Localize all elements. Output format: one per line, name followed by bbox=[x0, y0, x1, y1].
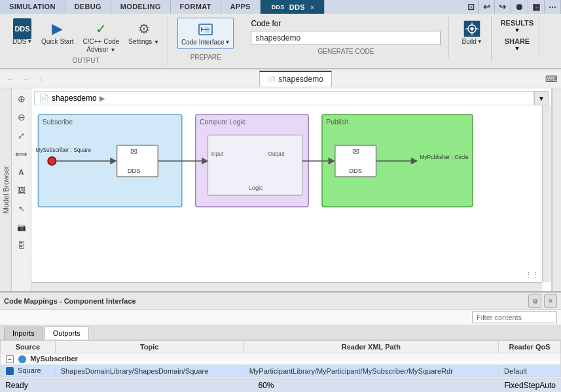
keyboard-btn[interactable]: ⌨ bbox=[544, 71, 558, 86]
tab-simulation[interactable]: SIMULATION bbox=[0, 0, 65, 14]
ribbon-content: DDS DDS ▼ ▶ Quick Start ✓ C/C++ CodeAdvi… bbox=[0, 14, 561, 69]
col-reader-xml-path: Reader XML Path bbox=[244, 341, 498, 353]
canvas-scrollbar-v[interactable] bbox=[542, 105, 551, 282]
more-btn[interactable]: ··· bbox=[545, 0, 561, 14]
prepare-group-label: PREPARE bbox=[190, 52, 221, 61]
code-for-input[interactable] bbox=[251, 31, 441, 45]
col-source: Source bbox=[1, 341, 56, 353]
logic-output-label: Output bbox=[268, 151, 285, 157]
canvas-tab-label: shapesdemo bbox=[278, 75, 323, 84]
undock-btn[interactable]: ⊡ bbox=[463, 0, 479, 14]
table-row[interactable]: Square ShapesDomainLibrary/ShapesDomain/… bbox=[1, 365, 561, 377]
results-share-group: RESULTS ▼ SHARE ▼ bbox=[496, 16, 540, 54]
tab-dds[interactable]: DDS DDS × bbox=[261, 0, 325, 14]
breadcrumb: 📄 shapesdemo ▶ bbox=[34, 91, 534, 105]
dds-tab-close[interactable]: × bbox=[310, 3, 315, 11]
back-btn[interactable]: ← bbox=[3, 71, 17, 86]
source-value: Square bbox=[18, 366, 41, 374]
group-row-cell: − MySubscriber bbox=[1, 353, 561, 365]
subscriber-label: MySubscriber : Square bbox=[35, 147, 91, 153]
ribbon-group-output: DDS DDS ▼ ▶ Quick Start ✓ C/C++ CodeAdvi… bbox=[4, 16, 168, 65]
output-group-label: OUTPUT bbox=[72, 56, 99, 64]
zoom-in-btn[interactable]: ⊕ bbox=[14, 91, 29, 107]
code-mappings-tabs: Inports Outports bbox=[0, 325, 561, 340]
record-btn[interactable]: ⏺ bbox=[511, 0, 528, 14]
envelope-subscribe: ✉ bbox=[130, 147, 137, 156]
tab-inports[interactable]: Inports bbox=[4, 327, 43, 340]
settings-btn[interactable]: ⚙ Settings ▼ bbox=[125, 18, 162, 48]
canvas-scrollbar-h[interactable] bbox=[31, 282, 542, 291]
build-group-content: Build ▼ bbox=[458, 18, 485, 61]
cc-code-advisor-btn[interactable]: ✓ C/C++ CodeAdvisor ▼ bbox=[80, 18, 123, 56]
status-step: FixedStepAuto bbox=[504, 381, 556, 390]
tab-debug[interactable]: DEBUG bbox=[65, 0, 111, 14]
logic-label: Logic bbox=[248, 184, 263, 191]
model-browser-tab[interactable]: Model Browser bbox=[0, 88, 12, 291]
dds-tab-icon: DDS bbox=[270, 3, 287, 11]
resize-handle[interactable]: ⋮⋮ bbox=[525, 271, 539, 279]
col-reader-qos: Reader QoS bbox=[499, 341, 561, 353]
build-btn[interactable]: Build ▼ bbox=[458, 18, 485, 48]
output-group-content: DDS DDS ▼ ▶ Quick Start ✓ C/C++ CodeAdvi… bbox=[9, 18, 162, 56]
camera-btn[interactable]: 📷 bbox=[14, 219, 29, 235]
quick-start-btn[interactable]: ▶ Quick Start bbox=[38, 18, 77, 48]
col-topic: Topic bbox=[55, 341, 244, 353]
table-group-row: − MySubscriber bbox=[1, 353, 561, 365]
filter-input[interactable] bbox=[472, 312, 557, 323]
status-ready: Ready bbox=[5, 381, 28, 390]
group-icon bbox=[18, 355, 26, 363]
quick-start-label: Quick Start bbox=[41, 38, 73, 46]
results-btn-container: RESULTS ▼ bbox=[501, 19, 534, 33]
redo-btn[interactable]: ↪ bbox=[495, 0, 511, 14]
expand-toggle[interactable]: − bbox=[6, 355, 14, 363]
code-for-label-container: Code for bbox=[251, 19, 441, 28]
dds-tab-label: DDS bbox=[289, 3, 305, 11]
right-scrollbar[interactable] bbox=[552, 88, 561, 291]
code-mappings-settings-btn[interactable]: ⚙ bbox=[528, 294, 541, 308]
publish-title: Publish bbox=[326, 118, 348, 126]
share-arrow[interactable]: ▼ bbox=[514, 45, 520, 52]
results-arrow[interactable]: ▼ bbox=[514, 27, 520, 33]
db-btn[interactable]: 🗄 bbox=[14, 238, 29, 253]
zoom-out-btn[interactable]: ⊖ bbox=[14, 109, 29, 125]
text-btn[interactable]: A bbox=[14, 164, 29, 180]
cc-code-advisor-label: C/C++ CodeAdvisor ▼ bbox=[83, 38, 120, 54]
dds-output-btn[interactable]: DDS DDS ▼ bbox=[9, 18, 35, 48]
tab-outports[interactable]: Outports bbox=[45, 327, 89, 340]
fit-btn[interactable]: ⤢ bbox=[14, 128, 29, 143]
block-diagram: Subscribe Compute Logic Publish MySubscr… bbox=[31, 105, 551, 291]
share-label[interactable]: SHARE bbox=[505, 37, 530, 45]
model-browser-label: Model Browser bbox=[2, 166, 10, 213]
tab-format[interactable]: FORMAT bbox=[171, 0, 221, 14]
breadcrumb-dropdown[interactable]: ▼ bbox=[534, 91, 549, 105]
results-label[interactable]: RESULTS bbox=[501, 19, 534, 27]
quick-start-icon: ▶ bbox=[48, 20, 67, 38]
up-btn[interactable]: ↑ bbox=[34, 71, 48, 86]
simulink-btn[interactable]: ▦ bbox=[528, 0, 545, 14]
cell-source: Square bbox=[1, 365, 56, 377]
ribbon-tab-spacer bbox=[325, 0, 463, 14]
publisher-label: MyPublisher : Circle bbox=[420, 154, 469, 160]
svg-point-7 bbox=[470, 27, 473, 30]
tab-modeling[interactable]: MODELING bbox=[111, 0, 171, 14]
breadcrumb-model-name[interactable]: shapesdemo bbox=[52, 94, 97, 103]
undo-btn[interactable]: ↩ bbox=[479, 0, 495, 14]
image-btn[interactable]: 🖼 bbox=[14, 183, 29, 198]
code-mappings-close-btn[interactable]: × bbox=[544, 294, 557, 308]
code-mappings-panel: Code Mappings - Component Interface ⚙ × … bbox=[0, 291, 561, 392]
code-interface-btn[interactable]: Code Interface ▼ bbox=[177, 18, 234, 49]
cell-reader-qos: Default bbox=[499, 365, 561, 377]
breadcrumb-arrow: ▶ bbox=[100, 94, 105, 103]
subscriber-dot[interactable] bbox=[48, 157, 56, 166]
build-label: Build ▼ bbox=[461, 38, 482, 46]
svg-rect-3 bbox=[205, 27, 209, 33]
pan-btn[interactable]: ⟺ bbox=[14, 146, 29, 162]
forward-btn[interactable]: → bbox=[18, 71, 33, 86]
code-interface-icon bbox=[196, 20, 215, 39]
canvas-tab[interactable]: 📄 shapesdemo bbox=[259, 71, 332, 86]
ribbon-group-build: Build ▼ bbox=[453, 16, 491, 62]
main-area: Model Browser ⊕ ⊖ ⤢ ⟺ A 🖼 ↖ 📷 🗄 📄 shapes… bbox=[0, 88, 561, 291]
canvas-tab-icon: 📄 bbox=[268, 76, 276, 83]
tab-apps[interactable]: APPS bbox=[221, 0, 261, 14]
cursor-btn[interactable]: ↖ bbox=[14, 201, 29, 217]
